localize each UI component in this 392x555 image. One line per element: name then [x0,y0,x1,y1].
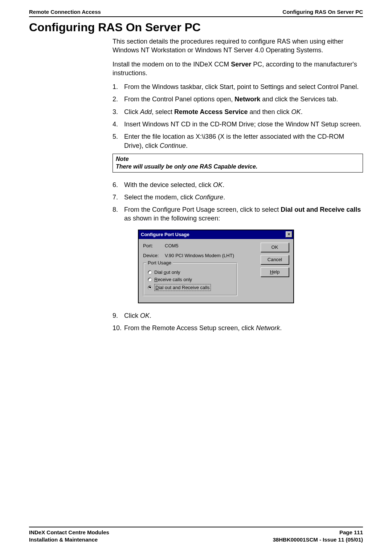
step-4: 4. Insert Windows NT CD in the CD-ROM Dr… [113,120,363,129]
dialog-titlebar[interactable]: Configure Port Usage × [139,230,293,239]
intro-paragraph-1: This section details the procedures requ… [113,37,363,55]
step-10: 10. From the Remote Access Setup screen,… [113,324,363,332]
help-button[interactable]: Help [261,267,289,277]
step-2: 2. From the Control Panel options open, … [113,95,363,104]
steps-list-c: 9. Click OK. 10. From the Remote Access … [113,311,363,333]
port-value: COM5 [165,243,179,249]
note-box: Note There will usually be only one RAS … [113,154,363,173]
page-title: Configuring RAS On Server PC [29,21,363,34]
radio-icon [148,278,152,282]
radio-dial-and-receive[interactable]: Dial out and Receive calls [148,284,233,291]
steps-list-a: 1. From the Windows taskbar, click Start… [113,82,363,150]
steps-list-b: 6. With the device selected, click OK. 7… [113,181,363,223]
header-left: Remote Connection Access [29,9,101,15]
footer-left-2: Installation & Maintenance [29,536,109,543]
dialog-title: Configure Port Usage [141,231,189,238]
note-title: Note [116,155,360,163]
port-usage-group: Port Usage Dial out only Receive calls o… [143,263,237,296]
step-8: 8. From the Configure Port Usage screen,… [113,205,363,223]
ok-button[interactable]: OK [261,243,289,252]
radio-icon [148,270,152,275]
radio-icon [148,285,152,290]
close-icon[interactable]: × [286,231,292,238]
group-title: Port Usage [146,260,173,266]
footer-left-1: INDeX Contact Centre Modules [29,529,109,536]
step-1: 1. From the Windows taskbar, click Start… [113,82,363,91]
step-7: 7. Select the modem, click Configure. [113,193,363,202]
device-value: V.90 PCI Windows Modem (LHT) [165,252,234,259]
radio-dial-out-only[interactable]: Dial out only [148,269,233,276]
step-9: 9. Click OK. [113,311,363,320]
page-header: Remote Connection Access Configuring RAS… [29,9,363,17]
footer-right-1: Page 111 [273,529,363,536]
port-label: Port: [143,243,165,249]
cancel-button[interactable]: Cancel [261,255,289,264]
footer-right-2: 38HBK00001SCM - Issue 11 (05/01) [273,536,363,543]
intro-paragraph-2: Install the modem on to the INDeX CCM Se… [113,60,363,78]
page-footer: INDeX Contact Centre Modules Installatio… [29,527,363,544]
step-5: 5. Enter the file location as X:\i386 (X… [113,132,363,150]
device-label: Device: [143,252,165,259]
step-6: 6. With the device selected, click OK. [113,181,363,189]
note-body: There will usually be only one RAS Capab… [116,163,360,171]
header-right: Configuring RAS On Server PC [282,9,363,15]
radio-receive-only[interactable]: Receive calls only [148,276,233,283]
configure-port-usage-dialog: Configure Port Usage × Port: COM5 Device… [138,230,294,303]
step-3: 3. Click Add, select Remote Access Servi… [113,108,363,116]
